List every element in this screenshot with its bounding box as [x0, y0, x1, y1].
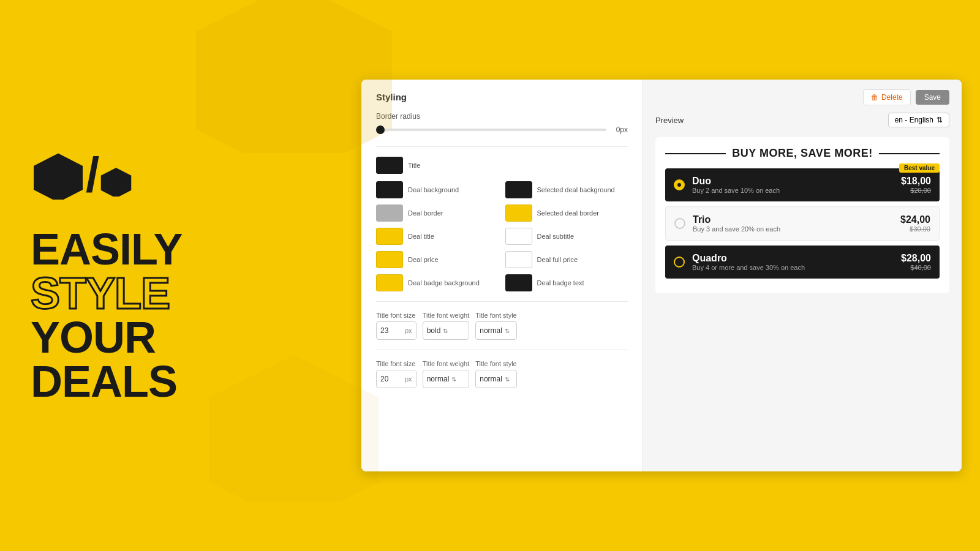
- deal-badge-text-swatch[interactable]: [505, 274, 532, 291]
- chevron-down-icon-lang: ⇅: [937, 116, 943, 124]
- trash-icon: 🗑: [871, 93, 878, 102]
- font-size-group-2: Title font size px: [376, 360, 417, 388]
- logo-area: /: [31, 148, 133, 209]
- font-size-unit-2: px: [401, 370, 416, 388]
- deal-card-trio[interactable]: Trio Buy 3 and save 20% on each $24,00 $…: [665, 206, 940, 241]
- deal-badge-bg-swatch[interactable]: [376, 274, 403, 291]
- font-size-group-1: Title font size px: [376, 312, 417, 340]
- deal-card-duo[interactable]: Best value Duo Buy 2 and save 10% on eac…: [665, 168, 940, 201]
- font-style-label-2: Title font style: [475, 360, 516, 367]
- font-style-label-1: Title font style: [475, 312, 516, 319]
- font-size-label-1: Title font size: [376, 312, 417, 319]
- deal-pricing-duo: $18,00 $20,00: [901, 176, 931, 194]
- selected-deal-border-label: Selected deal border: [537, 209, 600, 217]
- delete-button[interactable]: 🗑 Delete: [863, 89, 911, 105]
- svg-marker-3: [101, 168, 132, 197]
- deal-badge-bg-label: Deal badge background: [408, 279, 480, 287]
- deal-radio-quadro[interactable]: [674, 257, 685, 268]
- slider-track[interactable]: [376, 129, 606, 131]
- title-color-swatch[interactable]: [376, 157, 403, 174]
- font-style-value-2: normal: [480, 375, 502, 383]
- font-weight-select-2[interactable]: normal ⇅: [423, 370, 470, 388]
- font-style-select-1[interactable]: normal ⇅: [475, 321, 516, 340]
- font-weight-select-1[interactable]: bold ⇅: [423, 321, 470, 340]
- font-weight-group-1: Title font weight bold ⇅: [423, 312, 470, 340]
- deal-radio-trio[interactable]: [674, 218, 685, 229]
- deal-title-swatch[interactable]: [376, 228, 403, 245]
- deal-info-duo: Duo Buy 2 and save 10% on each: [692, 176, 901, 194]
- deal-info-trio: Trio Buy 3 and save 20% on each: [693, 214, 900, 233]
- deal-info-quadro: Quadro Buy 4 or more and save 30% on eac…: [692, 253, 901, 271]
- deal-pricing-trio: $24,00 $30,00: [900, 214, 930, 233]
- title-color-label: Title: [408, 161, 420, 170]
- deal-bg-swatch[interactable]: [376, 181, 403, 198]
- slash-symbol: /: [86, 151, 99, 200]
- selected-deal-border-row: Selected deal border: [505, 204, 628, 222]
- font-row-2: Title font size px Title font weight nor…: [376, 360, 628, 388]
- left-panel: / EASILY STYLE YOUR DEALS: [0, 0, 343, 551]
- font-size-input-wrapper-1: px: [376, 321, 417, 340]
- tagline-your: YOUR: [31, 315, 182, 359]
- deal-border-swatch[interactable]: [376, 204, 403, 222]
- deal-price-row: Deal price: [376, 251, 499, 268]
- chevron-down-icon-3: ⇅: [451, 376, 456, 383]
- font-size-input-1[interactable]: [377, 326, 401, 335]
- preview-panel: 🗑 Delete Save Preview en - English ⇅ BUY…: [643, 80, 962, 471]
- font-weight-label-1: Title font weight: [423, 312, 470, 319]
- deal-subtitle-quadro: Buy 4 or more and save 30% on each: [692, 264, 901, 271]
- slider-thumb[interactable]: [376, 126, 385, 134]
- deal-badge-text-row: Deal badge text: [505, 274, 628, 291]
- selected-deal-border-swatch[interactable]: [505, 204, 532, 222]
- deal-price-label: Deal price: [408, 255, 439, 264]
- font-controls-2: Title font size px Title font weight nor…: [376, 360, 628, 388]
- deal-price-trio: $24,00: [900, 214, 930, 225]
- right-panel: Styling Border radius 0px Title: [343, 0, 980, 551]
- delete-label: Delete: [881, 93, 903, 102]
- deal-original-price-duo: $20,00: [901, 187, 931, 194]
- deal-subtitle-swatch[interactable]: [505, 228, 532, 245]
- language-selector[interactable]: en - English ⇅: [888, 113, 949, 127]
- promo-line-left: [665, 153, 726, 154]
- deal-full-price-swatch[interactable]: [505, 251, 532, 268]
- deal-bg-label: Deal background: [408, 186, 459, 194]
- font-style-select-2[interactable]: normal ⇅: [475, 370, 516, 388]
- deal-card-quadro[interactable]: Quadro Buy 4 or more and save 30% on eac…: [665, 246, 940, 279]
- font-size-unit-1: px: [401, 322, 416, 339]
- best-value-badge: Best value: [899, 163, 940, 173]
- deal-original-price-quadro: $40,00: [901, 264, 931, 271]
- deal-price-duo: $18,00: [901, 176, 931, 187]
- deal-subtitle-duo: Buy 2 and save 10% on each: [692, 187, 901, 194]
- svg-marker-2: [34, 153, 83, 200]
- main-window: Styling Border radius 0px Title: [361, 80, 962, 471]
- chevron-down-icon-1: ⇅: [443, 328, 448, 334]
- deal-badge-text-label: Deal badge text: [537, 279, 584, 287]
- deal-badge-bg-row: Deal badge background: [376, 274, 499, 291]
- font-size-input-2[interactable]: [377, 375, 401, 383]
- tagline-deals: DEALS: [31, 359, 182, 403]
- deal-full-price-label: Deal full price: [537, 255, 578, 264]
- preview-toolbar: 🗑 Delete Save: [655, 89, 949, 105]
- language-text: en - English: [895, 116, 933, 124]
- save-button[interactable]: Save: [916, 90, 949, 105]
- tagline-easily: EASILY: [31, 227, 182, 271]
- deal-name-trio: Trio: [693, 214, 900, 225]
- deal-original-price-trio: $30,00: [900, 225, 930, 233]
- color-grid: Deal background Selected deal background…: [376, 181, 628, 291]
- preview-label: Preview: [655, 116, 684, 125]
- preview-content: BUY MORE, SAVE MORE! Best value Duo Buy …: [655, 137, 949, 293]
- deal-subtitle-row: Deal subtitle: [505, 228, 628, 245]
- deal-radio-duo[interactable]: [674, 179, 685, 190]
- deal-subtitle-label: Deal subtitle: [537, 232, 575, 241]
- deal-price-quadro: $28,00: [901, 253, 931, 264]
- promo-header: BUY MORE, SAVE MORE!: [665, 147, 940, 160]
- font-style-group-2: Title font style normal ⇅: [475, 360, 516, 388]
- border-radius-label: Border radius: [376, 112, 628, 121]
- hex-icon-small: [99, 166, 133, 197]
- font-row-1: Title font size px Title font weight bol…: [376, 312, 628, 340]
- selected-deal-bg-swatch[interactable]: [505, 181, 532, 198]
- divider-1: [376, 146, 628, 147]
- deal-price-swatch[interactable]: [376, 251, 403, 268]
- font-weight-value-2: normal: [427, 375, 450, 383]
- promo-title: BUY MORE, SAVE MORE!: [732, 147, 872, 160]
- font-style-group-1: Title font style normal ⇅: [475, 312, 516, 340]
